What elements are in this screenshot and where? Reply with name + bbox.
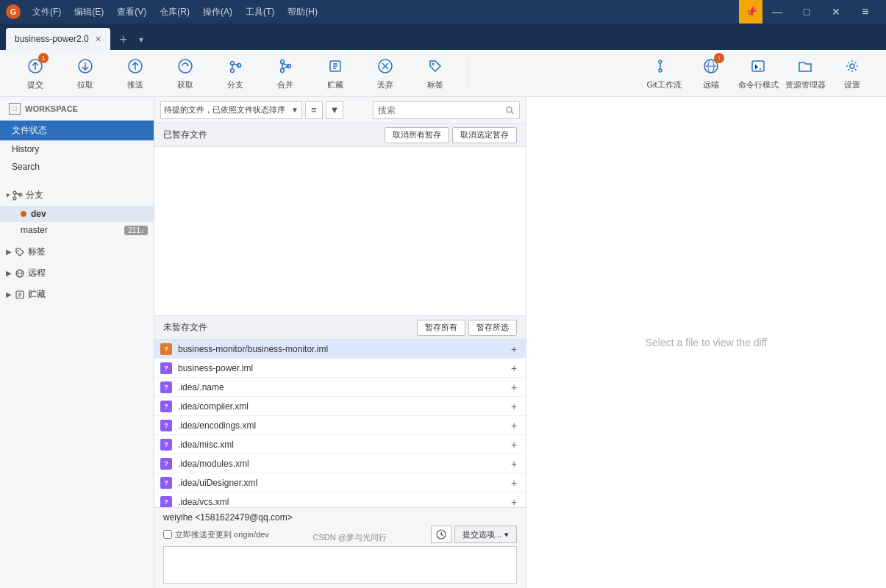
sidebar-item-history[interactable]: History: [0, 140, 154, 158]
file-stage-btn-1[interactable]: +: [508, 362, 520, 374]
file-item-4[interactable]: ? .idea/encodings.xml +: [154, 416, 526, 435]
push-label: 推送: [127, 79, 143, 90]
file-stage-btn-0[interactable]: +: [508, 343, 520, 355]
file-item-1[interactable]: ? business-power.iml +: [154, 359, 526, 378]
toolbar-git-flow[interactable]: Git工作流: [642, 53, 686, 94]
file-stage-btn-6[interactable]: +: [508, 458, 520, 470]
menu-view[interactable]: 查看(V): [111, 4, 152, 20]
remote-section-label: 远程: [28, 267, 46, 279]
tab-add-button[interactable]: +: [113, 29, 134, 50]
commit-message-input[interactable]: [164, 547, 516, 583]
sidebar-section-branches[interactable]: ▾ 分支: [0, 184, 154, 206]
menu-edit[interactable]: 编辑(E): [68, 4, 110, 20]
sidebar-section-stash[interactable]: ▶ 贮藏: [0, 284, 154, 305]
tag-icon: [425, 56, 446, 76]
menu-tools[interactable]: 工具(T): [240, 4, 280, 20]
toolbar-commit[interactable]: 1 提交: [12, 53, 59, 94]
unstaged-title: 未暂存文件: [163, 321, 207, 334]
file-stage-btn-5[interactable]: +: [508, 439, 520, 451]
master-badge: 211↓: [124, 226, 148, 235]
file-name-5: .idea/misc.xml: [178, 440, 502, 450]
menu-help[interactable]: 帮助(H): [282, 4, 324, 20]
branches-section-icon: [12, 190, 23, 201]
tab-close-button[interactable]: ✕: [95, 35, 101, 44]
sidebar-item-file-status[interactable]: 文件状态: [0, 121, 154, 140]
push-checkbox[interactable]: [163, 530, 172, 539]
title-bar: G 文件(F) 编辑(E) 查看(V) 仓库(R) 操作(A) 工具(T) 帮助…: [0, 0, 886, 24]
git-flow-label: Git工作流: [646, 79, 681, 90]
svg-point-13: [659, 60, 662, 63]
toolbar-fetch[interactable]: 获取: [162, 53, 209, 94]
toolbar-settings[interactable]: 设置: [830, 53, 874, 94]
menu-file[interactable]: 文件(F): [26, 4, 67, 20]
sidebar-section-tags[interactable]: ▶ 标签: [0, 241, 154, 262]
diff-panel: Select a file to view the diff: [526, 97, 886, 588]
maximize-button[interactable]: □: [792, 0, 821, 24]
list-view-button[interactable]: ≡: [305, 101, 323, 119]
toolbar-pull[interactable]: 拉取: [62, 53, 109, 94]
time-button[interactable]: [431, 526, 451, 543]
menu-bar: 文件(F) 编辑(E) 查看(V) 仓库(R) 操作(A) 工具(T) 帮助(H…: [26, 4, 324, 20]
pin-button[interactable]: 📌: [739, 0, 762, 24]
stash-chevron: ▶: [6, 290, 12, 298]
file-search-box[interactable]: [373, 101, 520, 119]
cancel-selected-stash-button[interactable]: 取消选定暂存: [452, 127, 517, 143]
stage-selected-button[interactable]: 暂存所选: [468, 320, 517, 336]
file-name-1: business-power.iml: [178, 363, 502, 373]
hamburger-button[interactable]: ≡: [851, 0, 880, 24]
file-item-2[interactable]: ? .idea/.name +: [154, 378, 526, 397]
toolbar-push[interactable]: 推送: [112, 53, 159, 94]
view-options-button[interactable]: ▼: [326, 101, 343, 119]
toolbar-terminal[interactable]: 命令行模式: [736, 53, 780, 94]
tab-business-power[interactable]: business-power2.0 ✕: [6, 28, 110, 50]
file-item-3[interactable]: ? .idea/compiler.xml +: [154, 397, 526, 416]
file-item-8[interactable]: ? .idea/vcs.xml +: [154, 492, 526, 507]
svg-point-5: [231, 69, 235, 73]
toolbar-stash[interactable]: 贮藏: [312, 53, 359, 94]
sidebar-branch-dev[interactable]: dev: [0, 206, 154, 222]
file-stage-btn-7[interactable]: +: [508, 477, 520, 489]
file-item-0[interactable]: ? business-monitor/business-monitor.iml …: [154, 340, 526, 359]
app-logo: G: [6, 4, 21, 19]
remote-chevron: ▶: [6, 269, 12, 277]
sidebar-section-remote[interactable]: ▶ 远程: [0, 262, 154, 284]
file-icon-8: ?: [160, 496, 172, 508]
menu-action[interactable]: 操作(A): [197, 4, 238, 20]
close-button[interactable]: ✕: [821, 0, 851, 24]
menu-repo[interactable]: 仓库(R): [154, 4, 196, 20]
commit-options-button[interactable]: 提交选项... ▾: [454, 526, 517, 543]
toolbar-tag[interactable]: 标签: [412, 53, 459, 94]
sidebar-item-search[interactable]: Search: [0, 158, 154, 176]
file-search-input[interactable]: [378, 105, 502, 115]
toolbar-merge[interactable]: 合并: [262, 53, 309, 94]
stage-all-button[interactable]: 暂存所有: [417, 320, 465, 336]
commit-message-box[interactable]: [163, 546, 517, 584]
file-name-2: .idea/.name: [178, 382, 502, 392]
file-stage-btn-4[interactable]: +: [508, 420, 520, 431]
commit-btn-label: 提交选项...: [462, 529, 501, 540]
stashed-files-empty-area: [154, 147, 526, 316]
file-filter-select[interactable]: 待提的文件，已依照文件状态排序 ▼: [160, 101, 302, 119]
file-item-6[interactable]: ? .idea/modules.xml +: [154, 454, 526, 473]
file-icon-3: ?: [160, 401, 172, 412]
tab-dropdown-button[interactable]: ▾: [134, 29, 149, 50]
push-checkbox-label[interactable]: 立即推送变更到 origin/dev: [163, 529, 269, 540]
toolbar-discard[interactable]: 丢弃: [362, 53, 409, 94]
file-item-7[interactable]: ? .idea/uiDesigner.xml +: [154, 473, 526, 492]
toolbar-branch[interactable]: 分支: [212, 53, 259, 94]
file-stage-btn-2[interactable]: +: [508, 381, 520, 393]
explorer-label: 资源管理器: [785, 79, 826, 90]
minimize-button[interactable]: —: [762, 0, 792, 24]
explorer-icon: [795, 56, 815, 76]
toolbar-remote[interactable]: ! 远端: [689, 53, 733, 94]
cancel-all-stash-button[interactable]: 取消所有暂存: [385, 127, 449, 143]
sidebar-branch-master[interactable]: master 211↓: [0, 222, 154, 238]
toolbar-explorer[interactable]: 资源管理器: [783, 53, 827, 94]
file-item-5[interactable]: ? .idea/misc.xml +: [154, 435, 526, 454]
discard-label: 丢弃: [377, 79, 393, 90]
svg-rect-17: [752, 61, 764, 71]
file-stage-btn-8[interactable]: +: [508, 496, 520, 508]
file-stage-btn-3[interactable]: +: [508, 401, 520, 412]
stash-section-icon: [15, 290, 25, 300]
filter-bar: 待提的文件，已依照文件状态排序 ▼ ≡ ▼: [154, 97, 526, 123]
